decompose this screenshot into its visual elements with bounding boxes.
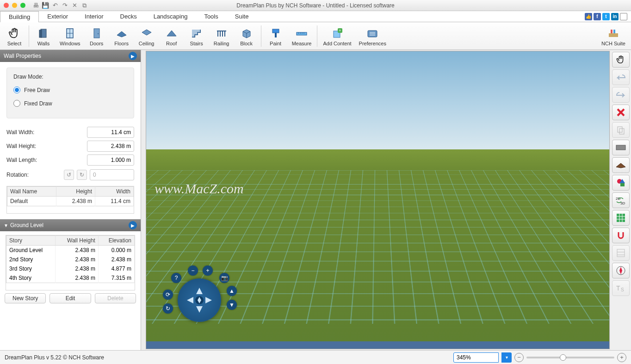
orbit-button[interactable]: ⟳ <box>163 290 173 300</box>
ribbon-stairs[interactable]: Stairs <box>184 25 209 47</box>
zoom-slider[interactable] <box>526 357 614 358</box>
zoom-input[interactable] <box>453 352 499 363</box>
help-icon[interactable]: ? <box>620 13 627 20</box>
print-icon[interactable]: 🖶 <box>32 2 39 9</box>
tab-exterior[interactable]: Exterior <box>39 11 76 22</box>
fixed-draw-radio[interactable] <box>13 100 20 107</box>
3d-viewport[interactable]: www.MacZ.com − + ? 📷 ⟳ ▲ <box>146 51 610 349</box>
navigation-widget: − + ? 📷 ⟳ ▲ ▼ ↻ <box>165 265 234 335</box>
elev-down-button[interactable]: ▼ <box>227 300 237 310</box>
ribbon-doors[interactable]: Doors <box>84 25 109 47</box>
elev-up-button[interactable]: ▲ <box>227 286 237 296</box>
tab-interior[interactable]: Interior <box>76 11 111 22</box>
facebook-icon[interactable]: f <box>594 13 601 20</box>
view-2d-3d-button[interactable]: 2D3D <box>612 192 630 208</box>
snap-toggle-button[interactable] <box>612 228 630 243</box>
quick-access-toolbar: 🖶 💾 ↶ ↷ ✕ ⧉ <box>32 2 88 9</box>
linkedin-icon[interactable]: in <box>611 13 619 20</box>
text-tool-button[interactable]: TS <box>612 280 630 296</box>
grid-toggle-button[interactable] <box>612 210 630 226</box>
free-draw-radio-row[interactable]: Free Draw <box>13 86 127 93</box>
table-row[interactable]: 4th Story2.438 m7.315 m <box>6 273 135 283</box>
ribbon-floors[interactable]: Floors <box>109 25 134 47</box>
wall-height-input[interactable] <box>87 141 134 152</box>
wall-width-input[interactable] <box>87 127 134 138</box>
ribbon-label: Roof <box>166 41 177 46</box>
save-icon[interactable]: 💾 <box>42 2 49 9</box>
ribbon-measure[interactable]: Measure <box>288 25 316 47</box>
ribbon-label: NCH Suite <box>601 41 625 46</box>
tilt-button[interactable]: ↻ <box>163 303 173 314</box>
wall-length-input[interactable] <box>87 154 134 166</box>
table-row[interactable]: 3rd Story2.438 m4.877 m <box>6 264 135 273</box>
redo-button[interactable] <box>612 87 630 103</box>
wall-tool-button[interactable] <box>612 140 630 155</box>
new-story-button[interactable]: New Story <box>5 293 46 303</box>
ribbon-preferences[interactable]: Preferences <box>355 25 390 47</box>
layers-button[interactable] <box>612 245 630 261</box>
wall-table[interactable]: Wall NameHeightWidth Default2.438 m11.4 … <box>7 186 134 206</box>
ground-level-header[interactable]: ▼ Ground Level ▶ <box>0 219 141 231</box>
cut-icon[interactable]: ✕ <box>71 2 78 9</box>
ribbon-paint[interactable]: Paint <box>263 25 288 47</box>
rotate-ccw-button[interactable]: ↺ <box>64 170 74 180</box>
ribbon-select[interactable]: Select <box>2 25 27 47</box>
tab-tools[interactable]: Tools <box>196 11 226 22</box>
zoom-in-button[interactable]: + <box>203 265 213 276</box>
tab-decks[interactable]: Decks <box>112 11 145 22</box>
delete-story-button[interactable]: Delete <box>95 293 136 303</box>
camera-button[interactable]: 📷 <box>219 273 229 283</box>
nav-disc[interactable] <box>178 278 221 322</box>
rotate-cw-button[interactable]: ↻ <box>77 170 87 180</box>
col-header[interactable]: Elevation <box>98 236 134 246</box>
copy-icon[interactable]: ⧉ <box>80 2 88 9</box>
help-nav-button[interactable]: ? <box>171 273 181 283</box>
ribbon-walls[interactable]: Walls <box>31 25 56 47</box>
delete-button[interactable] <box>612 105 630 120</box>
ribbon-railing[interactable]: Railing <box>209 25 234 47</box>
compass-button[interactable] <box>612 263 630 278</box>
table-row[interactable]: Ground Level2.438 m0.000 m <box>6 246 135 255</box>
video-help-icon[interactable]: ▶ <box>129 221 137 229</box>
zoom-out-button[interactable]: − <box>514 353 524 362</box>
maximize-window-button[interactable] <box>20 3 25 8</box>
fixed-draw-radio-row[interactable]: Fixed Draw <box>13 100 127 107</box>
redo-icon[interactable]: ↷ <box>61 2 68 9</box>
zoom-dropdown-button[interactable]: ▾ <box>501 352 512 363</box>
ribbon-ceiling[interactable]: Ceiling <box>134 25 159 47</box>
terrain-tool-button[interactable] <box>612 157 630 173</box>
col-header[interactable]: Height <box>56 187 95 197</box>
col-header[interactable]: Wall Name <box>7 187 56 197</box>
col-header[interactable]: Wall Height <box>56 236 99 246</box>
minimize-window-button[interactable] <box>12 3 17 8</box>
close-window-button[interactable] <box>4 3 9 8</box>
ribbon-add-content[interactable]: +Add Content <box>319 25 355 47</box>
wall-properties-header[interactable]: Wall Properties ▶ <box>0 50 141 62</box>
copy-button[interactable] <box>612 122 630 138</box>
object-tool-button[interactable] <box>612 175 630 191</box>
table-row[interactable]: 2nd Story2.438 m2.438 m <box>6 255 135 264</box>
tab-building[interactable]: Building <box>0 11 39 22</box>
ribbon-windows[interactable]: Windows <box>56 25 84 47</box>
rotation-input[interactable] <box>90 169 134 180</box>
video-help-icon[interactable]: ▶ <box>129 52 137 60</box>
zoom-in-button[interactable]: + <box>617 353 626 362</box>
thumbs-up-icon[interactable]: 👍 <box>585 13 592 20</box>
pan-tool-button[interactable] <box>612 52 630 68</box>
table-row[interactable]: Default2.438 m11.4 cm <box>7 197 134 206</box>
twitter-icon[interactable]: t <box>602 13 610 20</box>
undo-icon[interactable]: ↶ <box>51 2 59 9</box>
free-draw-radio[interactable] <box>13 86 20 93</box>
col-header[interactable]: Width <box>95 187 134 197</box>
tab-suite[interactable]: Suite <box>227 11 257 22</box>
zoom-slider-thumb[interactable] <box>560 354 566 361</box>
ribbon-block[interactable]: Block <box>234 25 259 47</box>
zoom-out-button[interactable]: − <box>188 265 198 276</box>
ribbon-roof[interactable]: Roof <box>159 25 184 47</box>
story-table[interactable]: StoryWall HeightElevation Ground Level2.… <box>6 235 135 283</box>
undo-button[interactable] <box>612 69 630 85</box>
ribbon-nch-suite[interactable]: NCH Suite <box>598 25 629 47</box>
edit-story-button[interactable]: Edit <box>49 293 91 303</box>
col-header[interactable]: Story <box>6 236 56 246</box>
tab-landscaping[interactable]: Landscaping <box>145 11 196 22</box>
